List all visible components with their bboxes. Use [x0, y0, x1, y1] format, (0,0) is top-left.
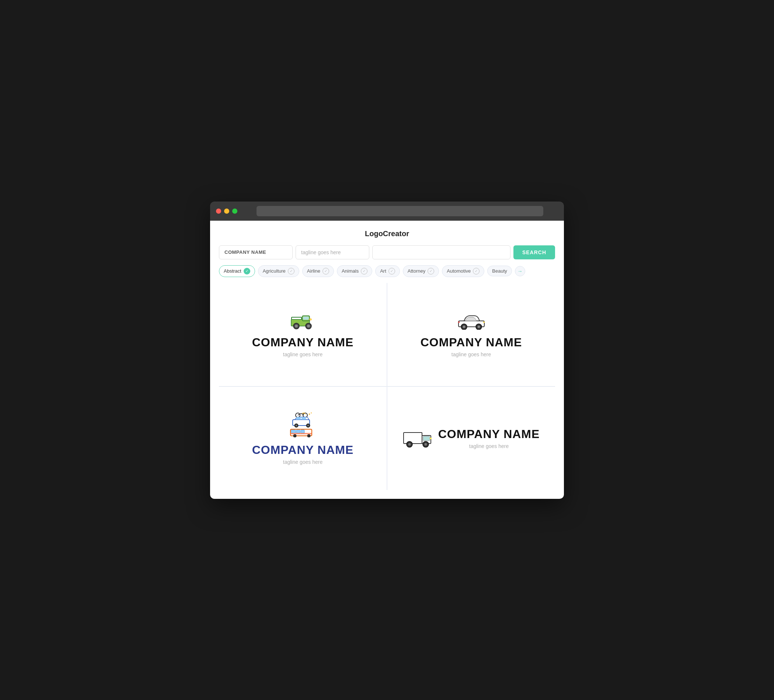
logo-tagline-2: tagline goes here	[452, 352, 491, 357]
filter-label-agriculture: Agriculture	[263, 268, 286, 274]
svg-rect-44	[430, 438, 432, 439]
svg-rect-24	[301, 417, 306, 419]
logo-company-name-1: COMPANY NAME	[252, 336, 354, 349]
filter-next-button[interactable]: →	[515, 266, 525, 276]
logo-tagline-3: tagline goes here	[283, 459, 322, 465]
svg-point-34	[308, 434, 310, 438]
filter-tag-agriculture[interactable]: Agriculture ✓	[258, 265, 299, 277]
filter-label-animals: Animals	[342, 268, 359, 274]
filter-label-abstract: Abstract	[224, 268, 241, 274]
svg-rect-30	[291, 430, 296, 433]
logo-grid: COMPANY NAME tagline goes here	[219, 283, 555, 490]
logo-card-delivery-truck[interactable]: COMPANY NAME tagline goes here	[387, 387, 555, 490]
filter-tag-attorney[interactable]: Attorney ✓	[403, 265, 439, 277]
svg-rect-16	[483, 322, 485, 323]
svg-rect-23	[296, 417, 301, 419]
filter-tag-automotive[interactable]: Automotive ✓	[442, 265, 484, 277]
filter-bar: Abstract ✓ Agriculture ✓ Airline ✓ Anima…	[219, 265, 555, 277]
svg-point-7	[295, 325, 298, 327]
svg-point-13	[463, 326, 465, 328]
logo-card-vehicles-stack[interactable]: ✦ ✦	[219, 387, 387, 490]
filter-label-beauty: Beauty	[492, 268, 507, 274]
traffic-light-close[interactable]	[216, 208, 221, 214]
delivery-truck-icon	[403, 428, 432, 449]
filter-label-attorney: Attorney	[408, 268, 425, 274]
tagline-input[interactable]	[296, 245, 369, 259]
svg-rect-10	[309, 319, 311, 320]
company-name-input[interactable]	[219, 245, 293, 259]
filter-check-attorney: ✓	[428, 268, 434, 274]
filter-check-abstract: ✓	[244, 268, 250, 274]
svg-rect-35	[290, 433, 312, 434]
svg-rect-2	[303, 317, 309, 320]
svg-rect-38	[423, 436, 430, 441]
svg-point-15	[477, 326, 480, 328]
filter-label-automotive: Automotive	[447, 268, 471, 274]
filter-tag-beauty[interactable]: Beauty	[487, 266, 511, 276]
filter-check-animals: ✓	[361, 268, 367, 274]
filter-label-art: Art	[380, 268, 386, 274]
filter-tag-abstract[interactable]: Abstract ✓	[219, 265, 255, 277]
svg-point-9	[307, 325, 310, 327]
svg-rect-32	[301, 430, 304, 433]
browser-titlebar	[210, 201, 564, 221]
logo-card-pickup-truck[interactable]: COMPANY NAME tagline goes here	[219, 283, 387, 386]
filter-check-automotive: ✓	[473, 268, 480, 274]
logo-company-name-4: COMPANY NAME	[438, 428, 540, 441]
pickup-truck-icon	[288, 311, 318, 330]
vehicles-stack-icon: ✦ ✦	[288, 411, 318, 438]
logo-company-name-3: COMPANY NAME	[252, 443, 354, 457]
filter-check-airline: ✓	[322, 268, 329, 274]
address-bar	[256, 206, 543, 216]
filter-label-airline: Airline	[307, 268, 320, 274]
traffic-lights	[216, 208, 237, 214]
svg-text:✦: ✦	[310, 412, 312, 414]
svg-rect-36	[404, 433, 422, 444]
svg-point-41	[408, 443, 410, 446]
logo-tagline-4: tagline goes here	[438, 443, 540, 449]
svg-point-26	[296, 425, 297, 426]
sedan-car-icon	[456, 311, 486, 330]
filter-check-agriculture: ✓	[288, 268, 294, 274]
browser-content: LogoCreator SEARCH Abstract ✓ Agricultur…	[210, 221, 564, 499]
svg-rect-17	[458, 322, 460, 323]
svg-point-43	[424, 443, 427, 446]
filter-tag-airline[interactable]: Airline ✓	[302, 265, 334, 277]
logo-tagline-1: tagline goes here	[283, 352, 322, 357]
logo-text-block-4: COMPANY NAME tagline goes here	[438, 428, 540, 449]
filter-tag-animals[interactable]: Animals ✓	[337, 265, 372, 277]
filter-tag-art[interactable]: Art ✓	[375, 265, 400, 277]
traffic-light-minimize[interactable]	[224, 208, 229, 214]
app-title: LogoCreator	[219, 229, 555, 238]
browser-window: LogoCreator SEARCH Abstract ✓ Agricultur…	[210, 201, 564, 499]
svg-point-33	[293, 434, 296, 438]
traffic-light-fullscreen[interactable]	[232, 208, 237, 214]
style-input[interactable]	[372, 245, 511, 259]
logo-company-name-2: COMPANY NAME	[420, 336, 522, 349]
filter-check-art: ✓	[389, 268, 395, 274]
svg-point-28	[308, 425, 309, 426]
svg-rect-31	[296, 430, 300, 433]
search-bar: SEARCH	[219, 245, 555, 259]
logo-card-sedan-car[interactable]: COMPANY NAME tagline goes here	[387, 283, 555, 386]
search-button[interactable]: SEARCH	[513, 245, 555, 259]
